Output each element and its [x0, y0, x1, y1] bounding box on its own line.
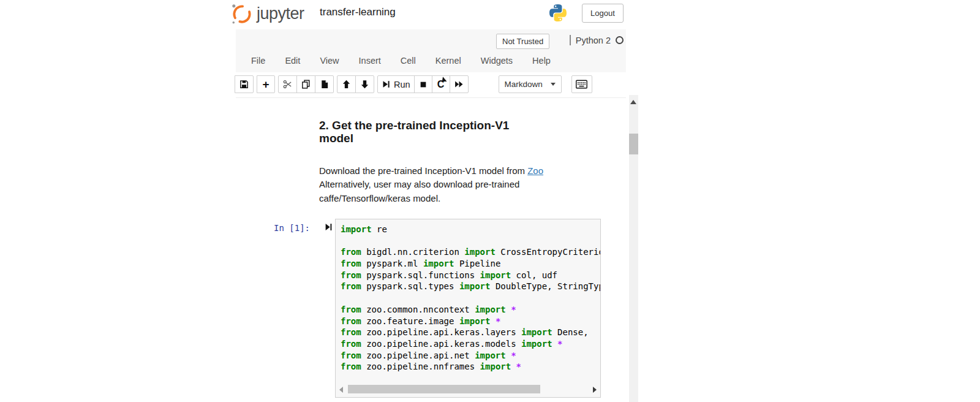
trusted-badge[interactable]: Not Trusted	[496, 34, 549, 49]
markdown-paragraph: Download the pre-trained Inception-V1 mo…	[319, 164, 570, 205]
notebook-title[interactable]: transfer-learning	[320, 6, 396, 18]
cell-type-value: Markdown	[505, 80, 543, 89]
menu-item-edit[interactable]: Edit	[275, 52, 310, 69]
save-button[interactable]	[235, 75, 254, 93]
paste-button[interactable]	[315, 75, 334, 93]
code-line: from zoo.pipeline.nnframes import *	[341, 361, 600, 373]
menu-item-kernel[interactable]: Kernel	[426, 52, 471, 69]
caret-down-icon	[551, 83, 556, 86]
code-line: from zoo.feature.image import *	[341, 316, 600, 327]
scroll-left-arrow-icon[interactable]	[339, 387, 343, 393]
scissors-icon	[282, 79, 293, 89]
restart-run-all-button[interactable]	[450, 75, 469, 93]
restart-kernel-button[interactable]: C	[432, 75, 450, 93]
stop-button[interactable]	[414, 75, 432, 93]
para-text-1: Download the pre-trained Inception-V1 mo…	[319, 165, 527, 176]
vertical-scrollbar[interactable]	[629, 95, 638, 402]
jupyter-logo-icon	[231, 2, 253, 25]
paste-icon	[319, 79, 330, 89]
jupyter-notebook-page: jupyter transfer-learning Logout Not Tru…	[0, 0, 980, 402]
refresh-icon: C	[437, 80, 445, 89]
code-line: from zoo.pipeline.api.keras.layers impor…	[341, 327, 600, 338]
menu-item-help[interactable]: Help	[522, 52, 560, 69]
menu-item-widgets[interactable]: Widgets	[471, 52, 522, 69]
code-line: from pyspark.sql.functions import col, u…	[341, 270, 600, 281]
menubar: FileEditViewInsertCellKernelWidgetsHelp	[241, 52, 560, 69]
code-line: from pyspark.ml import Pipeline	[341, 258, 600, 270]
markdown-heading: 2. Get the pre-trained Inception-V1 mode…	[319, 119, 552, 145]
scroll-right-arrow-icon[interactable]	[593, 387, 597, 393]
scroll-up-arrow-icon[interactable]	[630, 100, 636, 104]
cell-type-select[interactable]: Markdown	[499, 75, 562, 93]
jupyter-logo[interactable]: jupyter	[231, 2, 304, 25]
code-line: from pyspark.sql.types import DoubleType…	[341, 281, 600, 292]
command-palette-button[interactable]	[571, 75, 592, 93]
menu-item-view[interactable]: View	[310, 52, 349, 69]
code-line	[341, 235, 600, 247]
code-line: from zoo.pipeline.api.net import *	[341, 350, 600, 362]
cut-button[interactable]	[278, 75, 297, 93]
zoo-link[interactable]: Zoo	[527, 165, 543, 176]
run-button[interactable]: Run	[377, 75, 415, 93]
code-line: from bigdl.nn.criterion import CrossEntr…	[341, 246, 600, 258]
logout-button[interactable]: Logout	[582, 4, 624, 23]
code-line: from zoo.common.nncontext import *	[341, 304, 600, 316]
kernel-separator	[570, 35, 571, 45]
stop-icon	[418, 80, 428, 89]
save-icon	[239, 79, 249, 89]
code-editor[interactable]: import re from bigdl.nn.criterion import…	[341, 224, 600, 373]
code-cell[interactable]: import re from bigdl.nn.criterion import…	[335, 219, 601, 398]
horizontal-scrollbar-thumb[interactable]	[348, 385, 540, 393]
horizontal-scrollbar[interactable]	[336, 384, 600, 395]
run-label: Run	[394, 80, 410, 89]
cell-prompt: In [1]:	[274, 223, 310, 233]
para-text-2: Alternatively, user may also download pr…	[319, 179, 519, 189]
run-marker-icon	[325, 222, 333, 232]
move-up-button[interactable]	[337, 75, 356, 93]
menu-item-insert[interactable]: Insert	[349, 52, 391, 69]
vertical-scrollbar-thumb[interactable]	[629, 134, 638, 154]
heading-line-2: model	[319, 132, 552, 145]
kernel-indicator: Python 2	[570, 35, 624, 45]
arrow-up-icon	[341, 79, 352, 89]
code-line: from zoo.pipeline.api.keras.models impor…	[341, 338, 600, 350]
copy-icon	[301, 79, 311, 89]
plus-icon: +	[262, 78, 269, 90]
copy-button[interactable]	[296, 75, 315, 93]
python-icon	[548, 2, 568, 23]
fast-forward-icon	[454, 79, 464, 89]
add-cell-button[interactable]: +	[257, 75, 275, 93]
arrow-down-icon	[360, 79, 370, 89]
code-line	[341, 292, 600, 304]
heading-line-1: 2. Get the pre-trained Inception-V1	[319, 119, 552, 132]
code-line: import re	[341, 224, 600, 235]
logo-text: jupyter	[257, 4, 304, 23]
menubar-block: Not Trusted Python 2 FileEditViewInsertC…	[236, 29, 626, 72]
kernel-idle-icon	[616, 36, 624, 44]
move-down-button[interactable]	[355, 75, 374, 93]
toolbar: +	[236, 72, 626, 98]
kernel-name: Python 2	[576, 36, 611, 45]
para-text-3: caffe/Tensorflow/keras model.	[319, 193, 440, 203]
app-header: jupyter transfer-learning Logout	[230, 0, 626, 28]
menu-item-file[interactable]: File	[241, 52, 275, 69]
step-forward-icon	[382, 80, 391, 89]
keyboard-icon	[576, 80, 587, 89]
menu-item-cell[interactable]: Cell	[391, 52, 426, 69]
